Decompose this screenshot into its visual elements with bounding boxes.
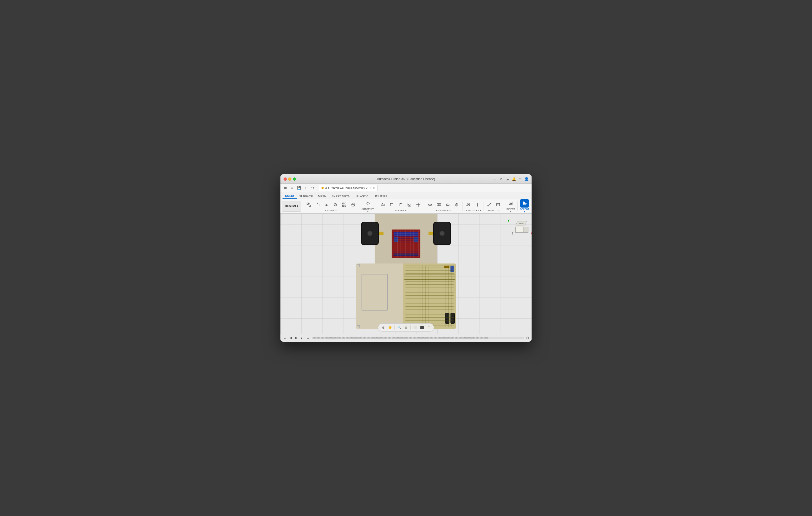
file-tab[interactable]: 3D Printed Wii Tanks Assembly v16* × bbox=[319, 185, 378, 191]
timeline-item[interactable]: ⚙ bbox=[342, 337, 345, 338]
close-button[interactable] bbox=[284, 178, 287, 181]
timeline-item[interactable]: ⚙ bbox=[350, 337, 354, 338]
viewport-visual-style-btn[interactable]: ⬛ bbox=[419, 325, 425, 330]
modify-chamfer-btn[interactable] bbox=[396, 201, 405, 209]
create-new-component-btn[interactable] bbox=[304, 201, 313, 209]
timeline-item[interactable]: ⚙ bbox=[480, 337, 484, 338]
create-pattern-btn[interactable] bbox=[340, 201, 348, 209]
timeline-item[interactable]: ⚙ bbox=[446, 337, 450, 338]
automate-btn[interactable] bbox=[364, 199, 372, 208]
inspect-measure-btn[interactable] bbox=[485, 201, 493, 209]
assemble-group-label[interactable]: ASSEMBLE ▾ bbox=[436, 209, 451, 212]
tab-utilities[interactable]: UTILITIES bbox=[371, 194, 390, 199]
timeline-item[interactable]: ⚙ bbox=[375, 337, 379, 338]
timeline-item[interactable]: ⚙ bbox=[312, 337, 316, 338]
undo-icon[interactable]: ↩ bbox=[303, 185, 309, 191]
timeline-item[interactable]: ⚙ bbox=[442, 337, 446, 338]
modify-press-pull-btn[interactable] bbox=[379, 201, 387, 209]
construct-axis-btn[interactable] bbox=[473, 201, 482, 209]
insert-group-label[interactable]: INSERT ▾ bbox=[506, 208, 516, 213]
inspect-section-btn[interactable] bbox=[494, 201, 502, 209]
create-extrude-btn[interactable] bbox=[313, 201, 322, 209]
timeline-start-btn[interactable]: ⏮ bbox=[283, 336, 287, 340]
tab-sheet-metal[interactable]: SHEET METAL bbox=[329, 194, 354, 199]
timeline-next-btn[interactable]: ▶| bbox=[300, 336, 304, 340]
timeline-item[interactable]: ⚙ bbox=[451, 337, 454, 338]
create-more-btn[interactable] bbox=[349, 201, 357, 209]
construct-group-label[interactable]: CONSTRUCT ▾ bbox=[465, 209, 481, 212]
file-menu-icon[interactable]: ≡ bbox=[289, 185, 295, 191]
viewport-zoom-btn[interactable]: ⊕ bbox=[403, 325, 409, 330]
timeline-item[interactable]: ⚙ bbox=[392, 337, 396, 338]
timeline-item[interactable]: ⚙ bbox=[404, 337, 408, 338]
timeline-prev-btn[interactable]: ◀ bbox=[288, 336, 293, 340]
timeline-item[interactable]: ⚙ bbox=[383, 337, 387, 338]
insert-image-btn[interactable] bbox=[506, 199, 515, 208]
timeline-item[interactable]: ⚙ bbox=[467, 337, 471, 338]
timeline-item[interactable]: ⚙ bbox=[338, 337, 341, 338]
tab-close-icon[interactable]: × bbox=[373, 186, 375, 189]
nav-cube[interactable]: Y TOP Z X bbox=[513, 217, 528, 233]
bell-icon[interactable]: 🔔 bbox=[512, 177, 516, 181]
timeline-item[interactable]: ⚙ bbox=[346, 337, 349, 338]
tab-solid[interactable]: SOLID bbox=[283, 193, 297, 199]
timeline-item[interactable]: ⚙ bbox=[329, 337, 333, 338]
create-revolve-btn[interactable] bbox=[322, 201, 331, 209]
timeline-item[interactable]: ⚙ bbox=[463, 337, 467, 338]
viewport-fit-btn[interactable]: ⊕ bbox=[380, 325, 386, 330]
timeline-item[interactable]: ⚙ bbox=[325, 337, 328, 338]
profile-icon[interactable]: 👤 bbox=[524, 177, 528, 181]
timeline-settings-btn[interactable]: ⚙ bbox=[526, 336, 529, 340]
timeline-item[interactable]: ⚙ bbox=[471, 337, 475, 338]
timeline-play-btn[interactable]: ▶ bbox=[294, 336, 299, 340]
automate-group-label[interactable]: AUTOMATE ▾ bbox=[361, 208, 375, 213]
timeline-item[interactable]: ⚙ bbox=[438, 337, 442, 338]
timeline-item[interactable]: ⚙ bbox=[475, 337, 479, 338]
modify-shell-btn[interactable] bbox=[405, 201, 413, 209]
tab-surface[interactable]: SURFACE bbox=[297, 194, 316, 199]
help-icon[interactable]: ? bbox=[518, 177, 522, 181]
timeline-item[interactable]: ⚙ bbox=[379, 337, 383, 338]
viewport-look-btn[interactable]: 🔍 bbox=[396, 325, 402, 330]
viewport-effects-btn[interactable]: ⬚ bbox=[426, 325, 432, 330]
timeline-item[interactable]: ⚙ bbox=[321, 337, 324, 338]
timeline-item[interactable]: ⚙ bbox=[430, 337, 433, 338]
timeline-item[interactable]: ⚙ bbox=[421, 337, 425, 338]
assemble-align-btn[interactable] bbox=[444, 201, 452, 209]
timeline-item[interactable]: ⚙ bbox=[362, 337, 366, 338]
cloud-icon[interactable]: ☁ bbox=[505, 177, 510, 181]
timeline-item[interactable]: ⚙ bbox=[354, 337, 358, 338]
timeline-item[interactable]: ⚙ bbox=[413, 337, 416, 338]
timeline-item[interactable]: ⚙ bbox=[333, 337, 337, 338]
modify-fillet-btn[interactable] bbox=[387, 201, 396, 209]
design-button[interactable]: DESIGN ▾ bbox=[282, 201, 301, 212]
grid-menu-icon[interactable]: ⊞ bbox=[283, 185, 288, 191]
timeline-item[interactable]: ⚙ bbox=[434, 337, 437, 338]
save-icon[interactable]: 💾 bbox=[296, 185, 302, 191]
timeline-item[interactable]: ⚙ bbox=[455, 337, 458, 338]
timeline-item[interactable]: ⚙ bbox=[388, 337, 392, 338]
timeline-item[interactable]: ⚙ bbox=[484, 337, 488, 338]
select-group-label[interactable]: SELECT ▾ bbox=[519, 208, 530, 213]
viewport-pan-btn[interactable]: ✋ bbox=[387, 325, 393, 330]
timeline-item[interactable]: ⚙ bbox=[358, 337, 362, 338]
assemble-explode-btn[interactable] bbox=[453, 201, 461, 209]
maximize-button[interactable] bbox=[293, 178, 296, 181]
timeline-item[interactable]: ⚙ bbox=[400, 337, 404, 338]
timeline-item[interactable]: ⚙ bbox=[371, 337, 375, 338]
timeline-item[interactable]: ⚙ bbox=[417, 337, 420, 338]
timeline-item[interactable]: ⚙ bbox=[317, 337, 320, 338]
viewport[interactable]: Y TOP Z X ⊕ ✋ 🔍 ⊕ bbox=[281, 214, 531, 334]
refresh-icon[interactable]: ↺ bbox=[499, 177, 503, 181]
modify-group-label[interactable]: MODIFY ▾ bbox=[395, 209, 406, 212]
assemble-rigid-btn[interactable] bbox=[435, 201, 443, 209]
modify-move-btn[interactable] bbox=[414, 201, 423, 209]
minimize-button[interactable] bbox=[288, 178, 291, 181]
tab-plastic[interactable]: PLASTIC bbox=[354, 194, 371, 199]
timeline-item[interactable]: ⚙ bbox=[409, 337, 412, 338]
viewport-display-mode-btn[interactable]: ⬜ bbox=[412, 325, 418, 330]
create-hole-btn[interactable] bbox=[331, 201, 340, 209]
assemble-joint-btn[interactable] bbox=[426, 201, 434, 209]
timeline-item[interactable]: ⚙ bbox=[425, 337, 429, 338]
create-group-label[interactable]: CREATE ▾ bbox=[325, 209, 337, 212]
